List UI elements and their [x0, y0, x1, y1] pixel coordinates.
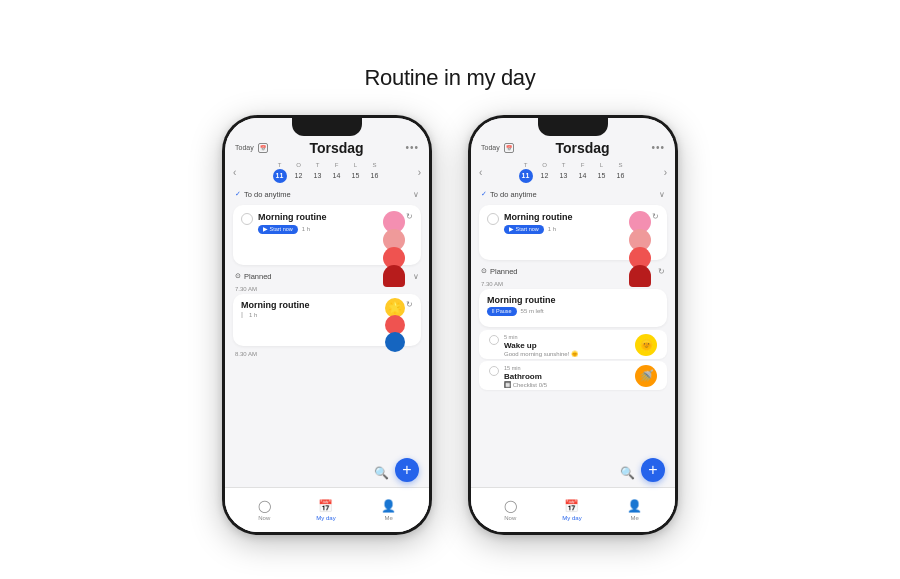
- todo-label-left: To do anytime: [244, 190, 291, 199]
- chevron-todo-right[interactable]: ∨: [659, 190, 665, 199]
- day-item-r5[interactable]: S 16: [614, 162, 628, 183]
- screen-left: Today 📅 Torsdag ••• ‹ T 11: [225, 118, 429, 532]
- fab-right[interactable]: +: [641, 458, 665, 482]
- todo-label-right: To do anytime: [490, 190, 537, 199]
- bottom-toolbar-left: ◯ Now 📅 My day 👤 Me: [225, 487, 429, 532]
- checkmark-icon-left: ✓: [235, 190, 241, 198]
- now-icon-left: ◯: [258, 499, 271, 513]
- subtask-time-1: 5 min: [504, 334, 630, 340]
- app-header-left: Today 📅 Torsdag •••: [225, 138, 429, 160]
- calendar-icon-left[interactable]: 📅: [258, 143, 268, 153]
- notch-left: [292, 118, 362, 136]
- prev-day-right[interactable]: ‹: [479, 167, 482, 178]
- subtask-checklist-2: 🔲 Checklist 0/5: [504, 381, 630, 388]
- toolbar-me-left[interactable]: 👤 Me: [381, 499, 396, 521]
- todo-section-left: ✓ To do anytime ∨: [225, 187, 429, 202]
- toolbar-myday-left[interactable]: 📅 My day: [316, 499, 335, 521]
- subtask-circle-1[interactable]: [489, 335, 499, 345]
- subtask-emoji-2: 🚿: [635, 365, 657, 387]
- refresh-icon-left[interactable]: ↻: [406, 212, 413, 221]
- calendar-icon-right[interactable]: 📅: [504, 143, 514, 153]
- day-items-left: T 11 O 12 T 13 F 14: [273, 162, 382, 183]
- phone-right: Today 📅 Torsdag ••• ‹ T 11: [468, 115, 678, 535]
- myday-icon-right: 📅: [564, 499, 579, 513]
- header-today-left: Today 📅: [235, 143, 268, 153]
- refresh-planned-left[interactable]: ↻: [406, 300, 413, 309]
- search-btn-left[interactable]: 🔍: [374, 466, 389, 480]
- phone-left: Today 📅 Torsdag ••• ‹ T 11: [222, 115, 432, 535]
- day-item-r0[interactable]: T 11: [519, 162, 533, 183]
- subtask-desc-1: Good morning sunshine! 🌞: [504, 350, 630, 357]
- subtask-bathroom: 15 min Bathroom 🔲 Checklist 0/5 🚿: [479, 361, 667, 390]
- refresh-icon-right[interactable]: ↻: [652, 212, 659, 221]
- subtask-time-2: 15 min: [504, 365, 630, 371]
- task-circle-right[interactable]: [487, 213, 499, 225]
- planned-card-left: Morning routine 1 h ↻ 🌟: [233, 294, 421, 346]
- phones-container: Today 📅 Torsdag ••• ‹ T 11: [222, 115, 678, 535]
- myday-label-left: My day: [316, 515, 335, 521]
- task-circle-left[interactable]: [241, 213, 253, 225]
- time-left-right: 55 m left: [521, 308, 544, 314]
- subtask-name-2: Bathroom: [504, 372, 630, 381]
- toolbar-me-right[interactable]: 👤 Me: [627, 499, 642, 521]
- app-header-right: Today 📅 Torsdag •••: [471, 138, 675, 160]
- header-title-left: Torsdag: [309, 140, 363, 156]
- me-label-right: Me: [631, 515, 639, 521]
- header-dots-left[interactable]: •••: [405, 142, 419, 153]
- chevron-todo-left[interactable]: ∨: [413, 190, 419, 199]
- day-item-1[interactable]: O 12: [292, 162, 306, 183]
- checkmark-icon-right: ✓: [481, 190, 487, 198]
- planned-balls-left: 🌟: [385, 298, 405, 352]
- myday-icon-left: 📅: [318, 499, 333, 513]
- now-label-right: Now: [504, 515, 516, 521]
- planned-name-left: Morning routine: [241, 300, 406, 310]
- fab-left[interactable]: +: [395, 458, 419, 482]
- planned-name-right: Morning routine: [487, 295, 659, 305]
- day-item-4[interactable]: L 15: [349, 162, 363, 183]
- header-dots-right[interactable]: •••: [651, 142, 665, 153]
- me-icon-left: 👤: [381, 499, 396, 513]
- start-now-button-left[interactable]: ▶ Start now: [258, 225, 298, 234]
- prev-day-left[interactable]: ‹: [233, 167, 236, 178]
- subtask-circle-2[interactable]: [489, 366, 499, 376]
- next-day-right[interactable]: ›: [664, 167, 667, 178]
- day-item-r4[interactable]: L 15: [595, 162, 609, 183]
- subtask-emoji-1: 🌞: [635, 334, 657, 356]
- myday-label-right: My day: [562, 515, 581, 521]
- toolbar-myday-right[interactable]: 📅 My day: [562, 499, 581, 521]
- pause-button-right[interactable]: ll Pause: [487, 307, 517, 316]
- clock-icon-right: ⊙: [481, 267, 487, 275]
- chevron-planned-left[interactable]: ∨: [413, 272, 419, 281]
- duration-right: 1 h: [548, 226, 556, 232]
- now-icon-right: ◯: [504, 499, 517, 513]
- bottom-toolbar-right: ◯ Now 📅 My day 👤 Me: [471, 487, 675, 532]
- day-item-2[interactable]: T 13: [311, 162, 325, 183]
- duration-left: 1 h: [302, 226, 310, 232]
- refresh-planned-right[interactable]: ↻: [658, 267, 665, 276]
- subtask-wakeup: 5 min Wake up Good morning sunshine! 🌞 🌞: [479, 330, 667, 359]
- day-item-5[interactable]: S 16: [368, 162, 382, 183]
- me-icon-right: 👤: [627, 499, 642, 513]
- start-now-button-right[interactable]: ▶ Start now: [504, 225, 544, 234]
- planned-label-right: Planned: [490, 267, 518, 276]
- toolbar-now-left[interactable]: ◯ Now: [258, 499, 271, 521]
- notch-right: [538, 118, 608, 136]
- day-items-right: T 11 O 12 T 13 F 14: [519, 162, 628, 183]
- todo-section-right: ✓ To do anytime ∨: [471, 187, 675, 202]
- balls-stack-left: [383, 211, 405, 287]
- toolbar-now-right[interactable]: ◯ Now: [504, 499, 517, 521]
- balls-stack-right: [629, 211, 651, 287]
- next-day-left[interactable]: ›: [418, 167, 421, 178]
- search-btn-right[interactable]: 🔍: [620, 466, 635, 480]
- planned-duration-left: 1 h: [241, 312, 406, 318]
- clock-icon-left: ⊙: [235, 272, 241, 280]
- day-item-3[interactable]: F 14: [330, 162, 344, 183]
- day-item-0[interactable]: T 11: [273, 162, 287, 183]
- me-label-left: Me: [385, 515, 393, 521]
- morning-task-card-right: Morning routine ▶ Start now 1 h ↻: [479, 205, 667, 260]
- day-item-r1[interactable]: O 12: [538, 162, 552, 183]
- day-item-r2[interactable]: T 13: [557, 162, 571, 183]
- header-title-right: Torsdag: [555, 140, 609, 156]
- planned-label-left: Planned: [244, 272, 272, 281]
- day-item-r3[interactable]: F 14: [576, 162, 590, 183]
